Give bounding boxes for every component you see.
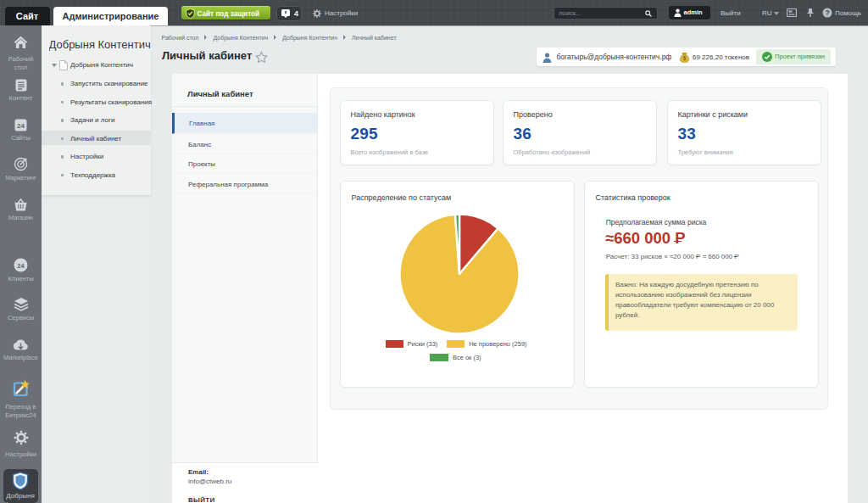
svg-text:24: 24 (17, 122, 25, 130)
svg-text:?: ? (825, 8, 829, 17)
svg-text:$: $ (683, 55, 687, 62)
svg-text:24: 24 (17, 262, 25, 270)
